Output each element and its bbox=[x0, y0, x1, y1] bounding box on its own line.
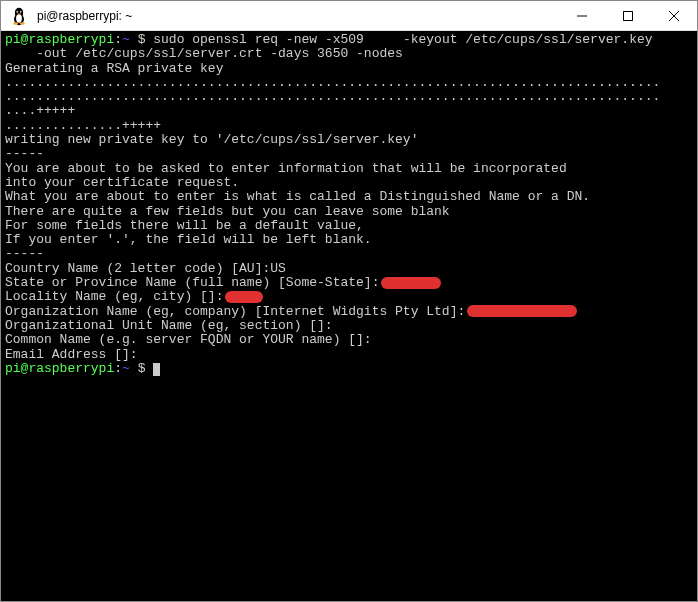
prompt-user: pi@raspberrypi bbox=[5, 32, 114, 47]
output-line: State or Province Name (full name) [Some… bbox=[5, 276, 693, 290]
output-line: You are about to be asked to enter infor… bbox=[5, 162, 693, 176]
svg-point-6 bbox=[20, 11, 21, 12]
prompt-separator: : bbox=[114, 361, 122, 376]
redaction-mark bbox=[467, 305, 577, 317]
output-line: Locality Name (eg, city) []: bbox=[5, 290, 693, 304]
output-line: ....+++++ bbox=[5, 104, 693, 118]
output-line: Generating a RSA private key bbox=[5, 62, 693, 76]
output-line: ...............+++++ bbox=[5, 119, 693, 133]
output-line: ----- bbox=[5, 247, 693, 261]
prompt-line-2: pi@raspberrypi:~ $ bbox=[5, 362, 693, 376]
output-line: Common Name (e.g. server FQDN or YOUR na… bbox=[5, 333, 693, 347]
redaction-mark bbox=[381, 277, 441, 289]
prompt-separator: : bbox=[114, 32, 122, 47]
svg-point-8 bbox=[20, 22, 25, 25]
prompt-dollar: $ bbox=[130, 32, 153, 47]
minimize-button[interactable] bbox=[559, 1, 605, 30]
svg-point-5 bbox=[17, 11, 18, 12]
window-title: pi@raspberrypi: ~ bbox=[37, 9, 559, 23]
command-text: sudo openssl req -new -x509 -keyout /etc… bbox=[153, 32, 652, 47]
svg-point-7 bbox=[13, 22, 18, 25]
output-line: into your certificate request. bbox=[5, 176, 693, 190]
prompt-path: ~ bbox=[122, 32, 130, 47]
output-text: Organization Name (eg, company) [Interne… bbox=[5, 304, 465, 319]
output-line: Email Address []: bbox=[5, 348, 693, 362]
close-button[interactable] bbox=[651, 1, 697, 30]
output-line: ----- bbox=[5, 147, 693, 161]
output-line: writing new private key to '/etc/cups/ss… bbox=[5, 133, 693, 147]
terminal-window: pi@raspberrypi: ~ pi@raspberrypi:~ $ sud… bbox=[0, 0, 698, 602]
command-continuation: -out /etc/cups/ssl/server.crt -days 3650… bbox=[5, 47, 693, 61]
output-line: There are quite a few fields but you can… bbox=[5, 205, 693, 219]
output-line: Country Name (2 letter code) [AU]:US bbox=[5, 262, 693, 276]
tux-icon bbox=[7, 4, 31, 28]
output-line: ........................................… bbox=[5, 76, 693, 90]
redaction-mark bbox=[225, 291, 263, 303]
cursor bbox=[153, 363, 160, 376]
output-text: State or Province Name (full name) [Some… bbox=[5, 275, 379, 290]
prompt-line-1: pi@raspberrypi:~ $ sudo openssl req -new… bbox=[5, 33, 693, 47]
terminal-content[interactable]: pi@raspberrypi:~ $ sudo openssl req -new… bbox=[1, 31, 697, 601]
prompt-user: pi@raspberrypi bbox=[5, 361, 114, 376]
output-line: For some fields there will be a default … bbox=[5, 219, 693, 233]
output-line: What you are about to enter is what is c… bbox=[5, 190, 693, 204]
prompt-dollar: $ bbox=[130, 361, 153, 376]
output-line: Organization Name (eg, company) [Interne… bbox=[5, 305, 693, 319]
svg-rect-10 bbox=[624, 11, 633, 20]
output-line: If you enter '.', the field will be left… bbox=[5, 233, 693, 247]
maximize-button[interactable] bbox=[605, 1, 651, 30]
output-line: ........................................… bbox=[5, 90, 693, 104]
svg-point-2 bbox=[16, 14, 22, 22]
titlebar[interactable]: pi@raspberrypi: ~ bbox=[1, 1, 697, 31]
output-text: Locality Name (eg, city) []: bbox=[5, 289, 223, 304]
prompt-path: ~ bbox=[122, 361, 130, 376]
window-controls bbox=[559, 1, 697, 30]
output-line: Organizational Unit Name (eg, section) [… bbox=[5, 319, 693, 333]
